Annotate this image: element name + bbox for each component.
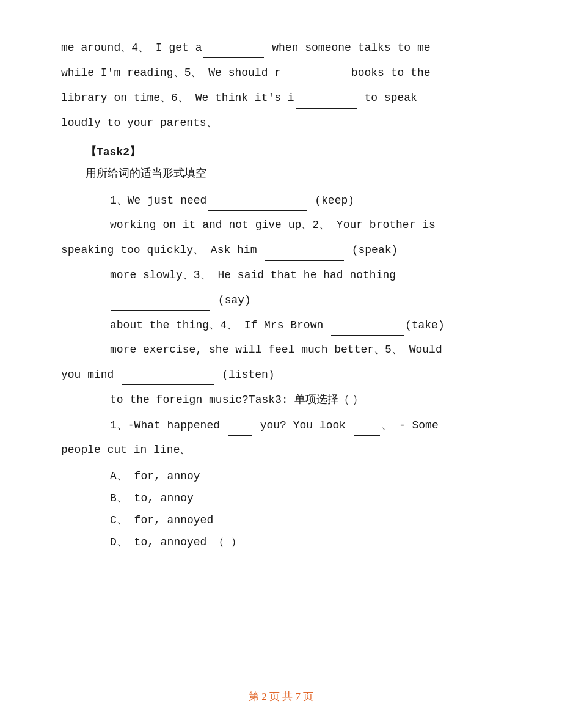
blank-task3-1 xyxy=(228,414,252,436)
intro-block: me around、4、 I get a when someone talks … xyxy=(61,37,513,133)
intro-line-3: library on time、6、 We think it's i to sp… xyxy=(61,87,513,108)
blank-1 xyxy=(203,37,264,58)
option-c: C、 for, annoyed xyxy=(110,509,513,531)
option-a: A、 for, annoy xyxy=(110,465,513,487)
blank-task2-5 xyxy=(122,364,214,385)
intro-line-1: me around、4、 I get a when someone talks … xyxy=(61,37,513,58)
task2-item1-line5: (say) xyxy=(110,289,513,311)
task2-header: 【Task2】 xyxy=(86,144,513,159)
blank-2 xyxy=(282,62,343,83)
intro-line-4: loudly to your parents、 xyxy=(61,112,513,133)
task2-subtitle: 用所给词的适当形式填空 xyxy=(86,163,513,183)
blank-task2-4 xyxy=(331,314,404,336)
task3-item1-cont: people cut in line、 xyxy=(61,439,513,460)
blank-task2-2 xyxy=(265,239,344,260)
task2-item4-line1: about the thing、4、 If Mrs Brown (take) xyxy=(110,314,513,336)
task2-item1-line2: working on it and not give up、2、 Your br… xyxy=(110,215,513,235)
blank-3 xyxy=(296,87,357,108)
blank-task2-3 xyxy=(111,289,210,311)
page-footer: 第 2 页 共 7 页 xyxy=(0,689,562,704)
option-b: B、 to, annoy xyxy=(110,487,513,509)
blank-task2-1 xyxy=(208,189,307,211)
intro-line-2: while I'm reading、5、 We should r books t… xyxy=(61,62,513,83)
task2-item1-line3: speaking too quickly、 Ask him (speak) xyxy=(61,239,513,260)
task2-item5-line2: to the foreign music?Task3: 单项选择（ ） xyxy=(110,389,513,410)
task2-item1-line4: more slowly、3、 He said that he had nothi… xyxy=(110,265,513,285)
task2-label: 【Task2】 xyxy=(86,146,140,158)
task2-item5-line1: you mind (listen) xyxy=(61,364,513,385)
option-d: D、 to, annoyed （ ） xyxy=(110,531,513,553)
blank-task3-2 xyxy=(354,414,380,436)
page-container: me around、4、 I get a when someone talks … xyxy=(0,0,562,728)
task3-item1: 1、-What happened you? You look 、 - Some xyxy=(110,414,513,436)
footer-text: 第 2 页 共 7 页 xyxy=(249,691,313,702)
task2-item4-line2: more exercise, she will feel much better… xyxy=(110,339,513,360)
task2-item1-line1: 1、We just need (keep) xyxy=(110,189,513,211)
